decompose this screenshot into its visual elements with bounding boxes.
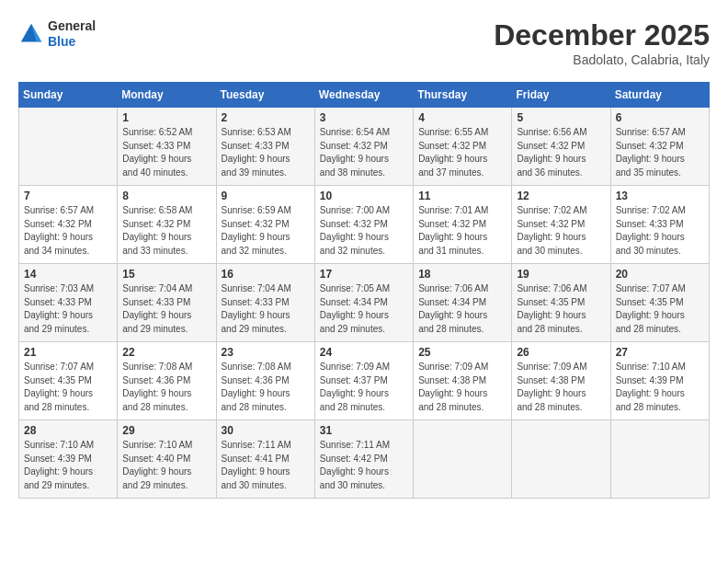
calendar-cell: 14Sunrise: 7:03 AM Sunset: 4:33 PM Dayli…	[19, 264, 118, 342]
day-number: 26	[517, 346, 605, 359]
day-number: 23	[222, 346, 310, 359]
day-number: 20	[616, 268, 704, 281]
day-info: Sunrise: 7:07 AM Sunset: 4:35 PM Dayligh…	[616, 282, 704, 336]
day-number: 24	[320, 346, 408, 359]
calendar-cell: 24Sunrise: 7:09 AM Sunset: 4:37 PM Dayli…	[314, 342, 413, 420]
day-info: Sunrise: 7:06 AM Sunset: 4:35 PM Dayligh…	[517, 282, 605, 336]
day-number: 3	[320, 111, 408, 124]
day-info: Sunrise: 7:04 AM Sunset: 4:33 PM Dayligh…	[222, 282, 310, 336]
day-info: Sunrise: 6:53 AM Sunset: 4:33 PM Dayligh…	[222, 126, 310, 179]
week-row-3: 14Sunrise: 7:03 AM Sunset: 4:33 PM Dayli…	[19, 264, 710, 342]
column-header-sunday: Sunday	[19, 83, 118, 108]
day-info: Sunrise: 7:11 AM Sunset: 4:41 PM Dayligh…	[222, 439, 310, 492]
day-info: Sunrise: 7:06 AM Sunset: 4:34 PM Dayligh…	[418, 282, 506, 336]
calendar-cell: 5Sunrise: 6:56 AM Sunset: 4:32 PM Daylig…	[512, 108, 610, 186]
column-header-friday: Friday	[512, 83, 610, 108]
calendar-cell: 15Sunrise: 7:04 AM Sunset: 4:33 PM Dayli…	[118, 264, 216, 342]
logo: General Blue	[18, 18, 96, 50]
day-info: Sunrise: 7:10 AM Sunset: 4:40 PM Dayligh…	[122, 439, 210, 492]
day-info: Sunrise: 6:59 AM Sunset: 4:32 PM Dayligh…	[222, 204, 310, 258]
calendar-cell: 22Sunrise: 7:08 AM Sunset: 4:36 PM Dayli…	[118, 342, 216, 420]
day-number: 15	[122, 268, 210, 281]
calendar-cell: 26Sunrise: 7:09 AM Sunset: 4:38 PM Dayli…	[512, 342, 610, 420]
week-row-2: 7Sunrise: 6:57 AM Sunset: 4:32 PM Daylig…	[19, 186, 710, 264]
calendar-table: SundayMondayTuesdayWednesdayThursdayFrid…	[18, 82, 710, 499]
column-header-tuesday: Tuesday	[216, 83, 314, 108]
day-number: 16	[222, 268, 310, 281]
day-info: Sunrise: 7:09 AM Sunset: 4:38 PM Dayligh…	[517, 361, 605, 414]
calendar-header: SundayMondayTuesdayWednesdayThursdayFrid…	[19, 83, 710, 108]
day-info: Sunrise: 6:54 AM Sunset: 4:32 PM Dayligh…	[320, 126, 408, 179]
title-block: December 2025 Badolato, Calabria, Italy	[494, 18, 710, 67]
day-number: 5	[517, 111, 605, 124]
day-number: 21	[24, 346, 112, 359]
day-info: Sunrise: 7:05 AM Sunset: 4:34 PM Dayligh…	[320, 282, 408, 336]
day-number: 30	[222, 424, 310, 437]
day-info: Sunrise: 7:08 AM Sunset: 4:36 PM Dayligh…	[122, 361, 210, 414]
calendar-body: 1Sunrise: 6:52 AM Sunset: 4:33 PM Daylig…	[19, 108, 710, 499]
day-info: Sunrise: 6:52 AM Sunset: 4:33 PM Dayligh…	[122, 126, 210, 179]
day-info: Sunrise: 7:10 AM Sunset: 4:39 PM Dayligh…	[616, 361, 704, 414]
day-number: 19	[517, 268, 605, 281]
day-info: Sunrise: 6:55 AM Sunset: 4:32 PM Dayligh…	[418, 126, 506, 179]
page-header: General Blue December 2025 Badolato, Cal…	[18, 18, 710, 67]
day-number: 27	[616, 346, 704, 359]
day-number: 1	[122, 111, 210, 124]
location: Badolato, Calabria, Italy	[494, 52, 710, 67]
calendar-cell: 1Sunrise: 6:52 AM Sunset: 4:33 PM Daylig…	[118, 108, 216, 186]
calendar-cell: 12Sunrise: 7:02 AM Sunset: 4:32 PM Dayli…	[512, 186, 610, 264]
day-info: Sunrise: 7:01 AM Sunset: 4:32 PM Dayligh…	[418, 204, 506, 258]
day-info: Sunrise: 7:10 AM Sunset: 4:39 PM Dayligh…	[24, 439, 112, 492]
calendar-cell: 19Sunrise: 7:06 AM Sunset: 4:35 PM Dayli…	[512, 264, 610, 342]
calendar-cell: 17Sunrise: 7:05 AM Sunset: 4:34 PM Dayli…	[314, 264, 413, 342]
day-info: Sunrise: 6:56 AM Sunset: 4:32 PM Dayligh…	[517, 126, 605, 179]
calendar-cell	[19, 108, 118, 186]
day-number: 14	[24, 268, 112, 281]
calendar-cell: 23Sunrise: 7:08 AM Sunset: 4:36 PM Dayli…	[216, 342, 314, 420]
column-header-thursday: Thursday	[414, 83, 512, 108]
day-info: Sunrise: 7:04 AM Sunset: 4:33 PM Dayligh…	[122, 282, 210, 336]
week-row-5: 28Sunrise: 7:10 AM Sunset: 4:39 PM Dayli…	[19, 420, 710, 499]
month-title: December 2025	[494, 18, 710, 52]
day-number: 2	[222, 111, 310, 124]
day-number: 9	[222, 190, 310, 202]
day-info: Sunrise: 6:57 AM Sunset: 4:32 PM Dayligh…	[24, 204, 112, 258]
calendar-cell: 7Sunrise: 6:57 AM Sunset: 4:32 PM Daylig…	[19, 186, 118, 264]
day-info: Sunrise: 7:02 AM Sunset: 4:32 PM Dayligh…	[517, 204, 605, 258]
calendar-cell: 30Sunrise: 7:11 AM Sunset: 4:41 PM Dayli…	[216, 420, 314, 499]
calendar-cell: 20Sunrise: 7:07 AM Sunset: 4:35 PM Dayli…	[610, 264, 709, 342]
day-number: 4	[418, 111, 506, 124]
day-info: Sunrise: 6:58 AM Sunset: 4:32 PM Dayligh…	[122, 204, 210, 258]
day-number: 31	[320, 424, 408, 437]
day-info: Sunrise: 7:07 AM Sunset: 4:35 PM Dayligh…	[24, 361, 112, 414]
day-info: Sunrise: 7:02 AM Sunset: 4:33 PM Dayligh…	[616, 204, 704, 258]
day-number: 11	[418, 190, 506, 202]
column-header-saturday: Saturday	[610, 83, 709, 108]
calendar-cell: 3Sunrise: 6:54 AM Sunset: 4:32 PM Daylig…	[314, 108, 413, 186]
calendar-cell: 11Sunrise: 7:01 AM Sunset: 4:32 PM Dayli…	[414, 186, 512, 264]
day-info: Sunrise: 7:00 AM Sunset: 4:32 PM Dayligh…	[320, 204, 408, 258]
week-row-1: 1Sunrise: 6:52 AM Sunset: 4:33 PM Daylig…	[19, 108, 710, 186]
calendar-cell: 27Sunrise: 7:10 AM Sunset: 4:39 PM Dayli…	[610, 342, 709, 420]
calendar-cell: 31Sunrise: 7:11 AM Sunset: 4:42 PM Dayli…	[314, 420, 413, 499]
day-info: Sunrise: 7:11 AM Sunset: 4:42 PM Dayligh…	[320, 439, 408, 492]
day-number: 18	[418, 268, 506, 281]
calendar-cell: 13Sunrise: 7:02 AM Sunset: 4:33 PM Dayli…	[610, 186, 709, 264]
day-number: 6	[616, 111, 704, 124]
calendar-cell	[414, 420, 512, 499]
calendar-cell: 4Sunrise: 6:55 AM Sunset: 4:32 PM Daylig…	[414, 108, 512, 186]
calendar-cell: 10Sunrise: 7:00 AM Sunset: 4:32 PM Dayli…	[314, 186, 413, 264]
day-info: Sunrise: 7:09 AM Sunset: 4:38 PM Dayligh…	[418, 361, 506, 414]
calendar-cell: 29Sunrise: 7:10 AM Sunset: 4:40 PM Dayli…	[118, 420, 216, 499]
column-header-monday: Monday	[118, 83, 216, 108]
day-number: 25	[418, 346, 506, 359]
calendar-cell: 2Sunrise: 6:53 AM Sunset: 4:33 PM Daylig…	[216, 108, 314, 186]
week-row-4: 21Sunrise: 7:07 AM Sunset: 4:35 PM Dayli…	[19, 342, 710, 420]
logo-text: General Blue	[48, 18, 96, 50]
header-row: SundayMondayTuesdayWednesdayThursdayFrid…	[19, 83, 710, 108]
calendar-cell	[512, 420, 610, 499]
day-number: 29	[122, 424, 210, 437]
calendar-cell: 18Sunrise: 7:06 AM Sunset: 4:34 PM Dayli…	[414, 264, 512, 342]
calendar-cell: 21Sunrise: 7:07 AM Sunset: 4:35 PM Dayli…	[19, 342, 118, 420]
day-info: Sunrise: 7:03 AM Sunset: 4:33 PM Dayligh…	[24, 282, 112, 336]
